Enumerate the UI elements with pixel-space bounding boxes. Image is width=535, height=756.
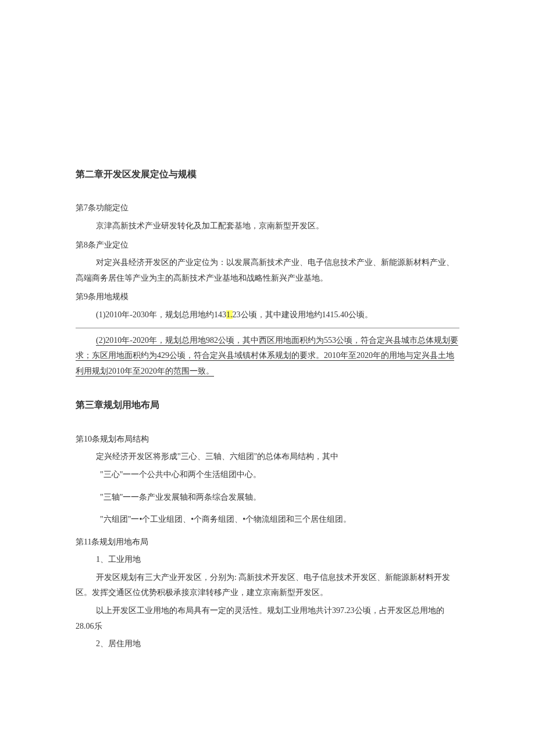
article-8-title: 第8条产业定位	[76, 238, 459, 253]
article-9-p1-highlight: 1.	[226, 310, 233, 319]
article-10-para-3: "三轴"一一条产业发展轴和两条综合发展轴。	[76, 490, 459, 506]
article-9-title: 第9条用地规模	[76, 289, 459, 305]
article-10-para-1: 定兴经济开发区将形成"三心、三轴、六组团"的总体布局结构，其中	[76, 449, 459, 465]
chapter-3-title: 第三章规划用地布局	[76, 396, 459, 414]
article-11-title: 第11条规划用地布局	[76, 535, 459, 550]
divider-line	[76, 328, 459, 328]
article-11-para-1: 1、工业用地	[76, 552, 459, 568]
article-10-title: 第10条规划布局结构	[76, 432, 459, 447]
article-9-p1-suffix: 23公顷，其中建设用地约1415.40公顷。	[233, 310, 373, 319]
article-7-para-1: 京津高新技术产业研发转化及加工配套基地，京南新型开发区。	[76, 218, 459, 234]
article-11-para-3: 以上开发区工业用地的布局具有一定的灵活性。规划工业用地共计397.23公顷，占开…	[76, 603, 459, 634]
article-10-para-4: "六组团"一•个工业组团、•个商务组团、•个物流组团和三个居住组团。	[76, 512, 459, 528]
article-9-para-2: (2)2010年-2020年，规划总用地982公顷，其中西区用地面积约为553公…	[76, 333, 459, 379]
article-11-para-4: 2、居住用地	[76, 636, 459, 652]
article-9-p2-underlined: (2)2010年-2020年，规划总用地982公顷，其中西区用地面积约为553公…	[76, 336, 458, 375]
article-9-p1-prefix: (1)2010年-2030年，规划总用地约143	[96, 310, 226, 319]
article-10-para-2: "三心"一一个公共中心和两个生活组团中心。	[76, 467, 459, 483]
article-8-para-1: 对定兴县经济开发区的产业定位为：以发展高新技术产业、电子信息技术产业、新能源新材…	[76, 255, 459, 286]
article-7-title: 第7条功能定位	[76, 200, 459, 216]
article-9-para-1: (1)2010年-2030年，规划总用地约1431.23公顷，其中建设用地约14…	[76, 307, 459, 323]
chapter-2-title: 第二章开发区发展定位与规模	[76, 166, 459, 183]
article-11-para-2: 开发区规划有三大产业开发区，分别为: 高新技术开发区、电子信息技术开发区、新能源…	[76, 570, 459, 601]
